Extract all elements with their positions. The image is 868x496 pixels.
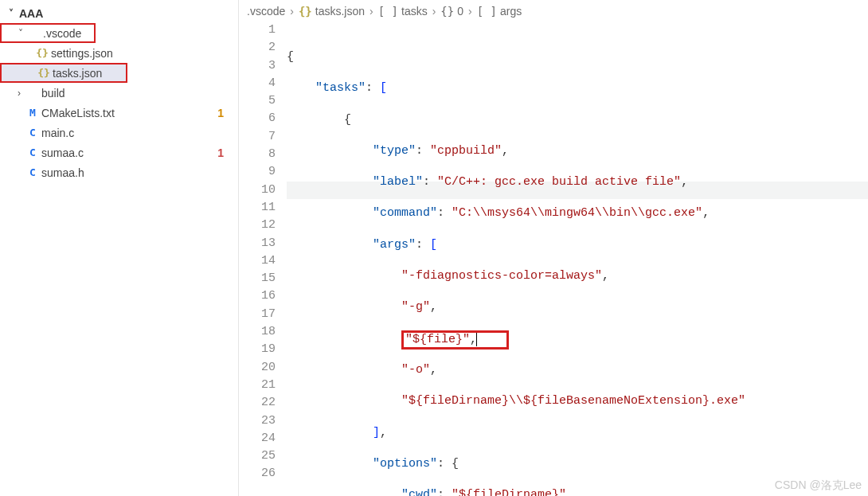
problem-badge: 1 bbox=[217, 107, 224, 119]
breadcrumb-node[interactable]: 0 bbox=[457, 5, 463, 18]
line-number: 23 bbox=[239, 412, 276, 430]
array-icon: [ ] bbox=[477, 5, 497, 18]
editor-pane: .vscode › {} tasks.json › [ ] tasks › {}… bbox=[239, 0, 868, 496]
breadcrumb[interactable]: .vscode › {} tasks.json › [ ] tasks › {}… bbox=[239, 0, 868, 21]
line-number: 16 bbox=[239, 287, 276, 305]
tree-item-main-c[interactable]: Cmain.c bbox=[0, 123, 238, 143]
breadcrumb-node[interactable]: tasks bbox=[401, 5, 428, 18]
breadcrumb-node[interactable]: args bbox=[500, 5, 522, 18]
chevron-right-icon: › bbox=[369, 5, 373, 18]
tree-item-label: sumaa.c bbox=[40, 146, 84, 159]
folder-label: AAA bbox=[18, 7, 43, 20]
tree-item-label: .vscode bbox=[41, 27, 81, 40]
object-icon: {} bbox=[440, 5, 454, 18]
tree-item-label: build bbox=[40, 87, 65, 100]
breadcrumb-file[interactable]: tasks.json bbox=[315, 5, 365, 18]
line-number: 15 bbox=[239, 270, 276, 287]
line-number: 10 bbox=[239, 182, 276, 199]
line-number: 24 bbox=[239, 430, 276, 447]
tree-item-label: CMakeLists.txt bbox=[40, 107, 115, 119]
tree-item-sumaa-c[interactable]: Csumaa.c1 bbox=[0, 143, 238, 162]
line-number: 14 bbox=[239, 252, 276, 270]
line-number: 2 bbox=[239, 39, 276, 57]
line-number: 7 bbox=[239, 128, 276, 146]
line-gutter: 1234567891011121314151617181920212223242… bbox=[239, 21, 287, 496]
json-icon: {} bbox=[299, 5, 312, 18]
line-number: 6 bbox=[239, 110, 276, 127]
line-number: 5 bbox=[239, 92, 276, 110]
line-number: 1 bbox=[239, 21, 276, 39]
tree-item--vscode[interactable]: ˅.vscode bbox=[0, 23, 96, 43]
tree-item-tasks-json[interactable]: {}tasks.json bbox=[0, 63, 127, 83]
line-number: 12 bbox=[239, 217, 276, 234]
line-number: 19 bbox=[239, 341, 276, 358]
C-file-icon: C bbox=[25, 166, 40, 178]
code-content[interactable]: { "tasks": [ { "type": "cppbuild", "labe… bbox=[287, 21, 868, 496]
tree-item-sumaa-h[interactable]: Csumaa.h bbox=[0, 162, 238, 182]
line-number: 4 bbox=[239, 75, 276, 92]
line-number: 21 bbox=[239, 377, 276, 394]
tree-item-cmakelists-txt[interactable]: MCMakeLists.txt1 bbox=[0, 103, 238, 123]
highlighted-arg-box: "${file}", bbox=[401, 330, 509, 350]
json-icon: {} bbox=[35, 47, 49, 59]
chevron-right-icon: › bbox=[13, 88, 25, 99]
line-number: 18 bbox=[239, 323, 276, 341]
watermark: CSDN @洛克Lee bbox=[775, 478, 862, 493]
tree-item-label: main.c bbox=[40, 127, 74, 139]
chevron-right-icon: › bbox=[290, 5, 294, 18]
line-number: 26 bbox=[239, 465, 276, 482]
folder-root[interactable]: ˅ AAA bbox=[0, 3, 238, 23]
tree-item-settings-json[interactable]: {}settings.json bbox=[0, 43, 238, 63]
line-number: 25 bbox=[239, 447, 276, 465]
chevron-down-icon: ˅ bbox=[5, 8, 18, 19]
tree-item-label: settings.json bbox=[49, 47, 113, 60]
code-editor[interactable]: 1234567891011121314151617181920212223242… bbox=[239, 21, 868, 496]
json-icon: {} bbox=[37, 67, 51, 79]
tree-item-label: tasks.json bbox=[51, 67, 102, 80]
line-number: 8 bbox=[239, 146, 276, 163]
line-number: 3 bbox=[239, 57, 276, 75]
C-file-icon: C bbox=[25, 127, 40, 139]
chevron-right-icon: › bbox=[432, 5, 436, 18]
problem-badge: 1 bbox=[217, 146, 224, 159]
M-file-icon: M bbox=[25, 107, 40, 119]
chevron-right-icon: › bbox=[468, 5, 472, 18]
tree-item-label: sumaa.h bbox=[40, 166, 84, 179]
array-icon: [ ] bbox=[378, 5, 398, 18]
tree-item-build[interactable]: ›build bbox=[0, 83, 238, 103]
line-number: 13 bbox=[239, 235, 276, 252]
file-explorer: ˅ AAA ˅.vscode{}settings.json{}tasks.jso… bbox=[0, 0, 239, 496]
line-number: 17 bbox=[239, 306, 276, 323]
chevron-down-icon: ˅ bbox=[14, 28, 27, 39]
breadcrumb-folder[interactable]: .vscode bbox=[247, 5, 285, 18]
line-number: 11 bbox=[239, 199, 276, 217]
line-number: 20 bbox=[239, 359, 276, 377]
C-file-icon: C bbox=[25, 146, 40, 158]
line-number: 22 bbox=[239, 394, 276, 412]
line-number: 9 bbox=[239, 163, 276, 181]
